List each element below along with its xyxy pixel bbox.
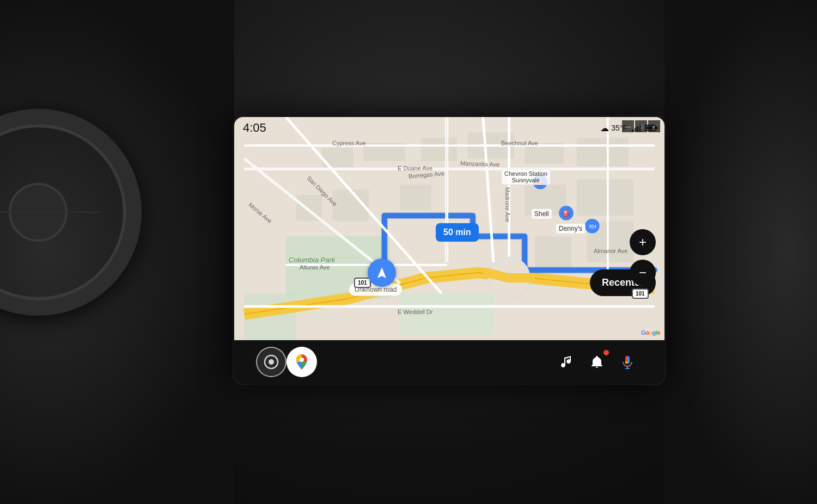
- svg-rect-46: [627, 361, 630, 364]
- svg-text:🍽: 🍽: [589, 223, 596, 230]
- manzanita-ave-label: Manzanita Ave: [460, 160, 499, 168]
- highway-101-badge-right: 101: [632, 288, 649, 299]
- notification-dot: [603, 350, 609, 355]
- svg-rect-4: [322, 148, 353, 169]
- bg-right: [664, 0, 817, 504]
- map-area[interactable]: ⛽ ⛽ 🍽 4:05 ☁ 35°F: [234, 117, 664, 340]
- svg-point-41: [269, 359, 274, 365]
- google-logo: Google: [641, 329, 660, 336]
- almanor-ave-label: Almanor Ave: [594, 248, 627, 254]
- svg-marker-39: [377, 267, 386, 278]
- maps-nav-button[interactable]: [286, 347, 317, 377]
- maps-icon: [292, 352, 312, 372]
- svg-point-42: [300, 358, 304, 362]
- temperature: 35°F: [611, 124, 627, 132]
- svg-rect-45: [625, 361, 627, 364]
- e-duane-ave-label: E Duane Ave: [398, 165, 432, 171]
- alturas-ave-label: Alturas Ave: [300, 264, 330, 271]
- svg-rect-16: [535, 236, 571, 267]
- bottom-nav: [234, 340, 664, 384]
- music-nav-button[interactable]: [551, 347, 582, 377]
- shell-label[interactable]: Shell: [531, 208, 552, 219]
- battery-icon: [645, 125, 656, 131]
- weather-info: ☁ 35°F: [600, 123, 627, 133]
- screen-bezel: — □ ✕: [234, 117, 664, 384]
- status-right: ☁ 35°F: [600, 123, 656, 133]
- svg-rect-9: [577, 138, 629, 166]
- dennys-label[interactable]: Denny's: [556, 223, 586, 234]
- zoom-controls: + −: [630, 229, 656, 286]
- signal-icon: [632, 124, 641, 132]
- zoom-in-button[interactable]: +: [630, 229, 656, 255]
- bell-icon: [589, 354, 605, 370]
- zoom-out-button[interactable]: −: [630, 260, 656, 286]
- notifications-nav-button[interactable]: [582, 347, 612, 377]
- cloud-icon: ☁: [600, 123, 609, 133]
- svg-rect-14: [577, 179, 634, 216]
- svg-rect-6: [421, 138, 458, 161]
- svg-rect-12: [400, 185, 431, 211]
- cypress-ave-label: Cypress Ave: [332, 140, 366, 146]
- status-time: 4:05: [243, 121, 266, 135]
- eta-badge[interactable]: 50 min: [436, 223, 479, 242]
- columbia-park-label: Columbia Park: [289, 256, 335, 264]
- svg-text:⛽: ⛽: [563, 210, 571, 217]
- madrone-ave-label: Madrone Ave: [504, 187, 511, 223]
- status-bar: 4:05 ☁ 35°F: [234, 117, 664, 139]
- music-icon: [559, 354, 574, 370]
- home-nav-button[interactable]: [256, 347, 286, 377]
- navigation-arrow: [368, 259, 396, 287]
- microphone-icon: [620, 354, 635, 370]
- e-weddell-dr-label: E Weddell Dr: [398, 309, 433, 315]
- home-icon: [263, 354, 279, 370]
- assistant-nav-button[interactable]: [612, 347, 643, 377]
- chevron-station-label[interactable]: Chevron StationSunnyvale: [501, 169, 551, 185]
- highway-101-badge: 101: [354, 278, 371, 288]
- beechnut-ave-label: Beechnut Ave: [501, 140, 538, 146]
